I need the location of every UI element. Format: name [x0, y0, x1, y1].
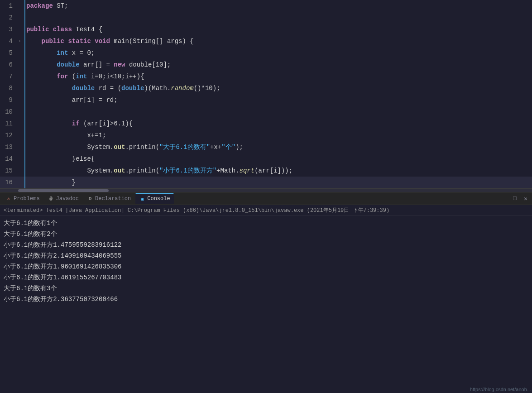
code-token: "小于6.1的数开方": [159, 167, 216, 174]
code-content: }else{: [24, 153, 532, 165]
code-token: ST;: [57, 2, 68, 10]
console-line: 小于6.1的数开方2.363775073200466: [4, 294, 528, 305]
code-token: args: [167, 38, 182, 45]
code-token: x = 0;: [68, 49, 95, 57]
line-number: 11: [0, 118, 18, 129]
tab-item-declaration[interactable]: DDeclaration: [83, 193, 134, 204]
console-line: 小于6.1的数开方1.4619155267703483: [4, 272, 528, 283]
line-number: 4: [0, 35, 18, 47]
horizontal-scrollbar[interactable]: [0, 188, 532, 192]
line-number: 14: [0, 153, 18, 165]
tab-item-javadoc[interactable]: @Javadoc: [44, 193, 82, 204]
code-line: 11 if (arr[i]>6.1){: [0, 118, 532, 129]
code-token: double[10];: [125, 61, 171, 68]
tab-label-console: Console: [147, 196, 170, 202]
line-number: 13: [0, 141, 18, 153]
close-panel-button[interactable]: ✕: [521, 194, 530, 203]
code-content: x+=1;: [24, 129, 532, 141]
code-content: }: [24, 177, 532, 188]
line-number: 7: [0, 71, 18, 82]
code-content: arr[i] = rd;: [24, 94, 532, 106]
line-number: 9: [0, 94, 18, 106]
code-token: [26, 85, 72, 92]
tab-icon-declaration: D: [87, 196, 93, 202]
code-token: sqrt: [240, 167, 255, 174]
code-token: double: [57, 61, 79, 68]
code-token: (String[]: [129, 38, 167, 45]
code-token: [26, 49, 57, 57]
line-number: 1: [0, 0, 18, 12]
code-token: static: [68, 38, 95, 45]
code-token: int: [76, 73, 87, 80]
code-line: 15 System.out.println("小于6.1的数开方"+Math.s…: [0, 165, 532, 177]
code-token: arr[] =: [80, 61, 114, 68]
code-content: int x = 0;: [24, 47, 532, 59]
console-header-text: <terminated> Test4 [Java Application] C:…: [4, 207, 389, 214]
console-line: 小于6.1的数开方1.4759559283916122: [4, 240, 528, 250]
code-content: public class Test4 {: [24, 24, 532, 35]
code-token: arr[i] = rd;: [26, 96, 118, 104]
code-token: i=0;i<10;i++){: [87, 73, 144, 80]
code-line: 8 double rd = (double)(Math.random()*10)…: [0, 82, 532, 94]
code-lines: 1package ST;23public class Test4 {4◦ pub…: [0, 0, 532, 188]
code-token: void: [95, 38, 114, 45]
code-editor: 1package ST;23public class Test4 {4◦ pub…: [0, 0, 532, 192]
code-token: ()*10);: [194, 85, 220, 92]
watermark: https://blog.csdn.net/anoh...: [470, 387, 531, 392]
code-line: 9 arr[i] = rd;: [0, 94, 532, 106]
line-number: 12: [0, 129, 18, 141]
code-token: +x+: [210, 144, 221, 151]
code-content: public static void main(String[] args) {: [24, 35, 532, 47]
code-token: "个": [221, 144, 235, 151]
code-token: [26, 120, 72, 127]
code-line: 2: [0, 12, 532, 24]
tab-icon-problems: ⚠: [5, 196, 12, 202]
minimize-button[interactable]: □: [510, 194, 519, 203]
code-token: double: [121, 85, 144, 92]
tab-item-problems[interactable]: ⚠Problems: [2, 193, 43, 204]
code-line: 14 }else{: [0, 153, 532, 165]
code-content: double arr[] = new double[10];: [24, 59, 532, 71]
line-number: 2: [0, 12, 18, 24]
code-token: "大于6.1的数有": [159, 144, 210, 151]
code-content: if (arr[i]>6.1){: [24, 118, 532, 129]
code-token: if: [72, 120, 80, 127]
code-token: (arr[i]>6.1){: [80, 120, 133, 127]
code-token: int: [57, 49, 68, 57]
line-number: 3: [0, 24, 18, 35]
tab-bar: ⚠Problems@JavadocDDeclaration▣Console □ …: [0, 192, 532, 205]
line-number: 16: [0, 177, 18, 188]
tab-icon-javadoc: @: [48, 196, 54, 202]
code-token: )(Math.: [144, 85, 171, 92]
line-number: 8: [0, 82, 18, 94]
bottom-panel: ⚠Problems@JavadocDDeclaration▣Console □ …: [0, 192, 532, 393]
code-token: System.: [26, 167, 114, 174]
console-output[interactable]: 大于6.1的数有1个大于6.1的数有2个小于6.1的数开方1.475955928…: [0, 216, 532, 393]
tab-item-console[interactable]: ▣Console: [135, 193, 173, 204]
code-content: System.out.println("小于6.1的数开方"+Math.sqrt…: [24, 165, 532, 177]
code-token: [26, 61, 57, 68]
code-token: class: [53, 26, 76, 33]
code-line: 3public class Test4 {: [0, 24, 532, 35]
code-token: .println(: [125, 167, 159, 174]
tab-icon-console: ▣: [139, 196, 145, 202]
code-token: public: [42, 38, 68, 45]
code-token: System.: [26, 144, 114, 151]
code-token: }else{: [72, 155, 95, 163]
console-line: 大于6.1的数有1个: [4, 218, 528, 229]
line-number: 15: [0, 165, 18, 177]
code-token: for: [57, 73, 68, 80]
code-token: main: [114, 38, 129, 45]
code-token: [26, 38, 42, 45]
tab-label-javadoc: Javadoc: [56, 196, 79, 202]
code-token: rd = (: [95, 85, 121, 92]
code-line: 7 for (int i=0;i<10;i++){: [0, 71, 532, 82]
code-token: double: [72, 85, 95, 92]
code-content: package ST;: [24, 0, 532, 12]
code-token: [26, 155, 72, 163]
scrollbar-thumb[interactable]: [18, 189, 109, 192]
code-line: 16 }: [0, 177, 532, 188]
console-line: 小于6.1的数开方1.9601691426835306: [4, 261, 528, 272]
code-content: System.out.println("大于6.1的数有"+x+"个");: [24, 141, 532, 153]
code-line: 4◦ public static void main(String[] args…: [0, 35, 532, 47]
